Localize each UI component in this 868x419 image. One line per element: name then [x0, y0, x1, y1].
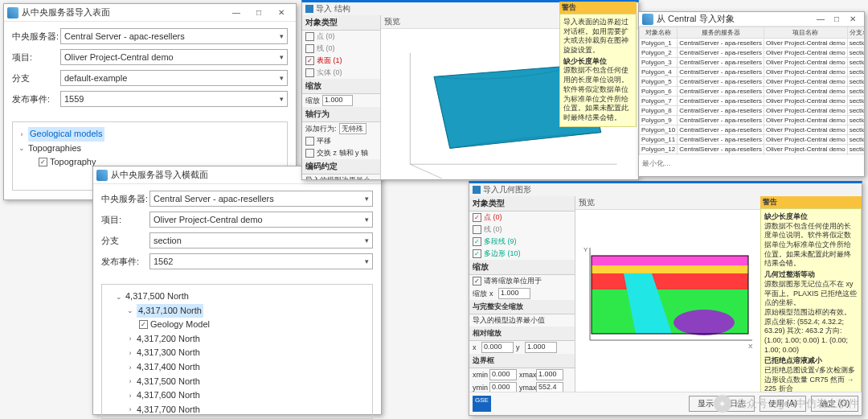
checkbox[interactable]: [473, 225, 481, 234]
event-label: 发布事件:: [12, 93, 60, 105]
checkbox[interactable]: [305, 44, 314, 53]
minimize-link[interactable]: 最小化…: [642, 158, 671, 169]
checkbox-checked[interactable]: ✓: [473, 213, 481, 222]
checkbox[interactable]: [305, 68, 314, 77]
axis-combo[interactable]: 无特殊: [339, 123, 366, 134]
footer: 最小化…: [639, 155, 864, 172]
tree-item-selected[interactable]: ⌄4,317,100 North: [107, 304, 367, 318]
scale-x-input[interactable]: 1.000: [498, 288, 530, 299]
window-title: 从中央服务器导入横截面: [111, 169, 310, 181]
tree-item[interactable]: ›4,317,600 North: [107, 388, 367, 403]
checkbox-checked[interactable]: ✓: [473, 249, 481, 258]
branch-combo[interactable]: default-example▾: [60, 70, 288, 86]
objects-grid-container[interactable]: 对象名称 服务的服务器 项目名称 分支名称 发布编号 Central 路径 未冲…: [639, 27, 864, 155]
table-row[interactable]: Polygon_7CentralServer - apa-resellersOl…: [640, 97, 865, 106]
full-header: 与完整安全缩放: [469, 300, 575, 314]
server-combo[interactable]: Central Server - apac-resellers▾: [60, 28, 288, 44]
checkbox[interactable]: [305, 32, 314, 41]
table-row[interactable]: Polygon_12CentralServer - apa-resellersO…: [640, 145, 865, 154]
table-row[interactable]: Polygon_4CentralServer - apa-resellersOl…: [640, 68, 865, 77]
col-branch[interactable]: 分支名称: [847, 27, 864, 39]
show-log-button[interactable]: 显示导入日志: [689, 396, 755, 412]
sections-tree[interactable]: ⌄4,317,500 North ⌄4,317,100 North ✓Geolo…: [101, 284, 373, 419]
col-server[interactable]: 服务的服务器: [678, 27, 764, 39]
rel-scale-header: 相对缩放: [469, 327, 575, 341]
table-row[interactable]: Polygon_5CentralServer - apa-resellersOl…: [640, 77, 865, 87]
xmin-input[interactable]: 0.000: [489, 369, 517, 380]
warning-body: 导入表面的边界超过对话框。如用需要扩大或去掉裁剪在图神旋旋设置。 缺少长度单位 …: [559, 14, 637, 127]
checkbox-icon[interactable]: ✓: [139, 320, 148, 329]
project-combo[interactable]: Oliver Project-Central demo▾: [149, 212, 373, 228]
svg-rect-5: [592, 265, 748, 273]
ok-button[interactable]: 确定 (O): [811, 396, 858, 412]
apply-button[interactable]: 使用 (A): [760, 396, 806, 412]
tree-item[interactable]: ›4,317,700 North: [107, 403, 367, 417]
tree-item-geology[interactable]: ✓Geology Model: [107, 318, 367, 332]
project-label: 项目:: [12, 51, 60, 64]
ctrl-header: 编码约定: [302, 159, 380, 175]
tree-item-geological[interactable]: ›Geological models: [18, 127, 282, 142]
close-button[interactable]: ✕: [270, 5, 293, 21]
col-project[interactable]: 项目名称: [764, 27, 847, 39]
col-name[interactable]: 对象名称: [640, 27, 678, 39]
dialog-footer: GSE 显示导入日志 使用 (A) 确定 (O): [469, 392, 862, 415]
event-combo[interactable]: 1559▾: [60, 91, 288, 107]
chevron-down-icon: ▾: [280, 32, 284, 40]
rel-y-input[interactable]: 1.000: [525, 342, 557, 353]
checkbox-checked[interactable]: ✓: [473, 277, 481, 285]
checkbox-checked[interactable]: ✓: [473, 237, 481, 246]
chevron-down-icon: ▾: [365, 257, 369, 265]
branch-combo[interactable]: section▾: [149, 232, 373, 249]
table-row[interactable]: Polygon_11CentralServer - apa-resellersO…: [640, 135, 865, 145]
table-row[interactable]: Polygon_1CentralServer - apa-resellersOl…: [640, 39, 865, 48]
tree-item[interactable]: ›4,317,300 North: [107, 346, 367, 360]
checkbox-icon[interactable]: ✓: [39, 158, 47, 166]
scale-header: 缩放: [469, 260, 575, 275]
chevron-down-icon: ⌄: [126, 305, 134, 316]
window-title: 从中央服务器导入表面: [22, 6, 225, 18]
checkbox[interactable]: [305, 149, 314, 158]
app-icon: [96, 170, 108, 181]
titlebar[interactable]: 从中央服务器导入表面 — □ ✕: [4, 4, 296, 22]
svg-text:X: X: [748, 343, 753, 350]
close-button[interactable]: ✕: [845, 11, 861, 27]
table-row[interactable]: Polygon_9CentralServer - apa-resellersOl…: [640, 116, 865, 125]
server-combo[interactable]: Central Server - apac-resellers▾: [149, 191, 373, 207]
table-row[interactable]: Polygon_3CentralServer - apa-resellersOl…: [640, 58, 865, 68]
table-row[interactable]: Polygon_13CentralServer - apa-resellersO…: [640, 154, 865, 156]
table-row[interactable]: Polygon_2CentralServer - apa-resellersOl…: [640, 48, 865, 58]
table-row[interactable]: Polygon_6CentralServer - apa-resellersOl…: [640, 87, 865, 97]
tree-item[interactable]: ›4,317,200 North: [107, 332, 367, 347]
table-row[interactable]: Polygon_8CentralServer - apa-resellersOl…: [640, 106, 865, 116]
geom-options-panel: 对象类型 ✓点 (0) 线 (0) ✓多段线 (9) ✓多边形 (10) 缩放 …: [469, 196, 575, 415]
maximize-button[interactable]: □: [248, 5, 270, 21]
app-icon: [7, 7, 18, 18]
scale-input[interactable]: 1.000: [322, 95, 353, 106]
maximize-button[interactable]: □: [829, 11, 845, 27]
checkbox-checked[interactable]: ✓: [305, 56, 314, 65]
minimize-button[interactable]: —: [813, 11, 829, 27]
event-combo[interactable]: 1562▾: [149, 253, 373, 269]
checkbox[interactable]: [305, 137, 314, 146]
cross-section-icon: Y X: [575, 210, 760, 398]
tree-item[interactable]: ›4,317,400 North: [107, 360, 367, 375]
svg-rect-4: [592, 256, 748, 265]
xmax-input[interactable]: 1.000: [536, 369, 563, 380]
minimize-button[interactable]: —: [225, 5, 248, 21]
import-geom-window: 导入几何图形 对象类型 ✓点 (0) 线 (0) ✓多段线 (9) ✓多边形 (…: [469, 181, 862, 416]
preview-section-viewport[interactable]: 预览 Y X: [575, 196, 760, 397]
tree-item-topographies[interactable]: ⌄Topographies: [18, 142, 282, 156]
objects-grid: 对象名称 服务的服务器 项目名称 分支名称 发布编号 Central 路径 未冲…: [639, 27, 864, 155]
tree-item[interactable]: ⌄4,317,500 North: [107, 290, 367, 304]
branch-label: 分支: [101, 235, 149, 247]
event-label: 发布事件:: [101, 256, 149, 268]
tree-item[interactable]: ›4,317,500 North: [107, 375, 367, 389]
table-row[interactable]: Polygon_10CentralServer - apa-resellersO…: [640, 125, 865, 135]
rel-x-input[interactable]: 0.000: [481, 342, 514, 353]
project-combo[interactable]: Oliver Project-Central demo▾: [60, 49, 288, 65]
import-sections-dialog: 从中央服务器导入横截面 — □ ✕ 中央服务器: Central Server …: [92, 166, 382, 415]
chevron-down-icon: ▾: [365, 236, 369, 244]
chevron-down-icon: ▾: [280, 74, 284, 82]
titlebar[interactable]: 从 Central 导入对象 —□✕: [639, 12, 864, 27]
server-label: 中央服务器:: [101, 193, 149, 205]
